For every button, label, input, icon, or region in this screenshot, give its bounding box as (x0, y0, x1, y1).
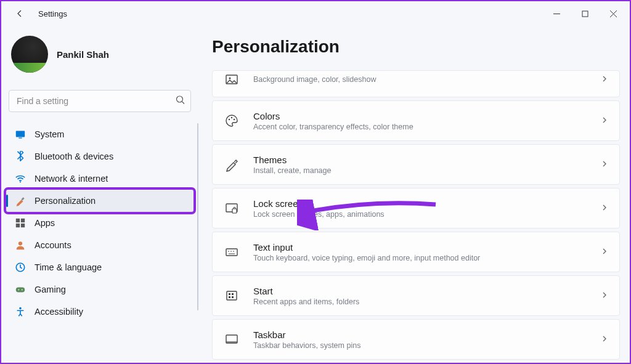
card-subtitle: Lock screen images, apps, animations (253, 210, 587, 219)
card-colors[interactable]: Colors Accent color, transparency effect… (212, 100, 620, 141)
system-icon (15, 129, 26, 140)
page-title: Personalization (212, 37, 620, 57)
window-controls (542, 4, 627, 23)
sidebar-item-gaming[interactable]: Gaming (6, 278, 193, 301)
card-taskbar[interactable]: Taskbar Taskbar behaviors, system pins (212, 319, 620, 360)
card-title: Lock screen (253, 198, 587, 209)
chevron-right-icon (601, 246, 608, 257)
card-background[interactable]: Background Background image, color, slid… (212, 70, 620, 97)
user-row[interactable]: Pankil Shah (6, 26, 193, 87)
card-text: Themes Install, create, manage (253, 155, 587, 175)
sidebar: Pankil Shah SystemBluetooth & devicesNet… (1, 26, 198, 364)
card-title: Taskbar (253, 330, 587, 340)
sidebar-item-apps[interactable]: Apps (6, 212, 193, 234)
card-text: Text input Touch keyboard, voice typing,… (253, 242, 587, 262)
titlebar: Settings (1, 1, 630, 26)
chevron-right-icon (601, 115, 608, 126)
card-title: Themes (253, 155, 587, 165)
main-content: Personalization Background Background im… (198, 26, 630, 364)
avatar (11, 36, 48, 73)
card-text: Taskbar Taskbar behaviors, system pins (253, 330, 587, 350)
textinput-icon (224, 244, 240, 260)
card-text: Lock screen Lock screen images, apps, an… (253, 198, 587, 219)
card-start[interactable]: Start Recent apps and items, folders (212, 275, 620, 316)
sidebar-item-label: Personalization (35, 196, 96, 206)
sidebar-item-label: Apps (35, 218, 55, 228)
sidebar-item-time-language[interactable]: Time & language (6, 256, 193, 278)
cards-list: Background Background image, color, slid… (212, 70, 620, 360)
card-subtitle: Taskbar behaviors, system pins (253, 341, 587, 350)
sidebar-item-system[interactable]: System (6, 123, 193, 145)
bluetooth-icon (15, 151, 26, 162)
app-body: Pankil Shah SystemBluetooth & devicesNet… (1, 26, 630, 364)
card-themes[interactable]: Themes Install, create, manage (212, 144, 620, 185)
chevron-right-icon (601, 203, 608, 214)
apps-icon (15, 217, 26, 229)
card-subtitle: Install, create, manage (253, 166, 587, 175)
card-text-input[interactable]: Text input Touch keyboard, voice typing,… (212, 232, 620, 272)
maximize-button[interactable] (571, 4, 599, 23)
card-title: Start (253, 286, 587, 296)
sidebar-item-label: Gaming (35, 285, 66, 294)
accounts-icon (15, 240, 26, 251)
card-subtitle: Accent color, transparency effects, colo… (253, 123, 587, 131)
user-name: Pankil Shah (57, 49, 109, 60)
card-subtitle: Recent apps and items, folders (253, 297, 587, 306)
chevron-right-icon (601, 334, 608, 345)
wifi-icon (15, 173, 26, 184)
background-icon (224, 71, 240, 87)
sidebar-item-label: Bluetooth & devices (35, 152, 113, 161)
sidebar-item-label: Accessibility (35, 307, 83, 317)
gaming-icon (15, 284, 26, 295)
card-subtitle: Background image, color, slideshow (253, 75, 587, 84)
sidebar-item-label: System (35, 129, 64, 139)
colors-icon (224, 113, 240, 129)
sidebar-item-bluetooth-devices[interactable]: Bluetooth & devices (6, 145, 193, 168)
close-button[interactable] (599, 4, 627, 23)
sidebar-item-label: Accounts (35, 240, 71, 250)
card-lock-screen[interactable]: Lock screen Lock screen images, apps, an… (212, 188, 620, 229)
maximize-icon (582, 10, 588, 17)
card-text: Background Background image, color, slid… (253, 75, 587, 84)
chevron-right-icon (601, 290, 608, 301)
chevron-right-icon (601, 74, 608, 85)
search-wrap (9, 90, 191, 112)
sidebar-item-label: Time & language (35, 262, 102, 272)
chevron-right-icon (601, 159, 608, 170)
window-title: Settings (38, 9, 67, 18)
accessibility-icon (15, 306, 26, 317)
sidebar-item-personalization[interactable]: Personalization (6, 190, 193, 212)
nav-list: SystemBluetooth & devicesNetwork & inter… (6, 123, 193, 323)
sidebar-item-accessibility[interactable]: Accessibility (6, 301, 193, 323)
sidebar-item-accounts[interactable]: Accounts (6, 234, 193, 256)
time-icon (15, 262, 26, 273)
close-icon (610, 10, 617, 17)
arrow-left-icon (15, 9, 25, 18)
minimize-icon (553, 10, 560, 17)
back-button[interactable] (12, 6, 27, 21)
card-text: Start Recent apps and items, folders (253, 286, 587, 306)
card-text: Colors Accent color, transparency effect… (253, 111, 587, 131)
sidebar-item-label: Network & internet (35, 174, 108, 184)
paint-icon (15, 195, 26, 206)
sidebar-item-network-internet[interactable]: Network & internet (6, 168, 193, 190)
start-icon (224, 288, 240, 304)
card-title: Colors (253, 111, 587, 121)
themes-icon (224, 156, 240, 172)
card-title: Text input (253, 242, 587, 253)
minimize-button[interactable] (542, 4, 571, 23)
search-input[interactable] (9, 90, 191, 112)
lockscreen-icon (224, 200, 240, 216)
card-subtitle: Touch keyboard, voice typing, emoji and … (253, 254, 587, 262)
svg-rect-1 (582, 11, 588, 17)
taskbar-icon (224, 331, 240, 347)
